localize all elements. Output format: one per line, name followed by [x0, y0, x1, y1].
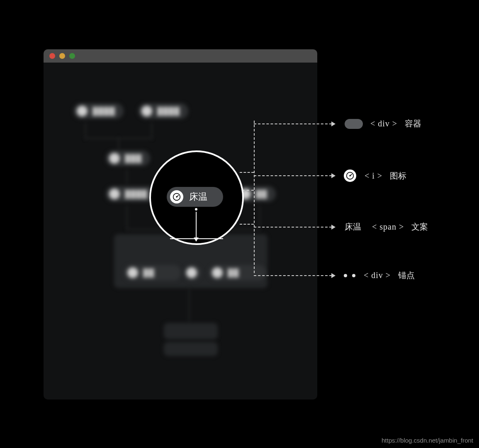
blur-edge — [189, 289, 190, 322]
arrow-right-icon — [331, 273, 336, 278]
blur-edge — [118, 138, 119, 150]
diagram-canvas: ████ ████ ███ ████ ██ ██ ██ ██ < div > 容… — [0, 0, 479, 448]
container-swatch — [345, 119, 363, 129]
callout-connector — [254, 121, 255, 273]
gauge-icon — [344, 170, 356, 182]
blur-edge — [126, 170, 127, 184]
node-label: 床温 — [189, 191, 207, 203]
tag-desc: 文案 — [411, 221, 428, 232]
blur-edge — [151, 122, 152, 139]
blur-edge — [85, 122, 86, 139]
window-titlebar — [44, 49, 317, 63]
blur-node: ████ — [106, 186, 156, 202]
tag-label: < div > — [370, 119, 397, 128]
callout-text: 床温 < span > 文案 — [254, 221, 428, 232]
arrow-right-icon — [331, 121, 336, 126]
traffic-light-zoom[interactable] — [69, 53, 75, 59]
svg-point-1 — [349, 175, 350, 176]
footer-credit: https://blog.csdn.net/jambin_front — [382, 437, 473, 444]
tag-desc: 容器 — [405, 118, 421, 129]
blur-edge — [126, 205, 127, 230]
blur-node: ████ — [73, 103, 124, 119]
blur-node — [164, 323, 218, 339]
callout-anchor: < div > 锚点 — [254, 270, 415, 281]
callout-icon: < i > 图标 — [254, 170, 406, 182]
callout-container: < div > 容器 — [254, 118, 421, 129]
node-container[interactable]: 床温 — [167, 187, 223, 207]
blur-node: ██ — [124, 265, 181, 281]
tag-desc: 锚点 — [398, 270, 415, 281]
arrow-right-icon — [331, 173, 336, 178]
svg-point-3 — [176, 196, 177, 197]
traffic-light-minimize[interactable] — [59, 53, 65, 59]
tag-desc: 图标 — [390, 170, 406, 182]
blur-node: ████ — [138, 103, 188, 119]
traffic-light-close[interactable] — [49, 53, 55, 59]
tag-label: < div > — [364, 271, 391, 280]
edge-line — [196, 212, 197, 239]
callout-connector — [240, 172, 254, 173]
anchor-swatch — [344, 274, 355, 277]
callout-connector — [240, 224, 254, 225]
arrow-right-icon — [331, 225, 336, 230]
gauge-icon — [170, 190, 183, 203]
magnifier-lens: 床温 — [149, 150, 244, 245]
blur-node — [164, 342, 218, 356]
tag-label: < span > — [372, 222, 404, 232]
node-anchor[interactable] — [195, 208, 197, 211]
blur-node — [184, 265, 201, 281]
tag-label: < i > — [365, 171, 382, 181]
text-swatch: 床温 — [345, 221, 361, 232]
blur-node: ███ — [106, 150, 150, 166]
arrow-down-icon — [194, 237, 199, 242]
